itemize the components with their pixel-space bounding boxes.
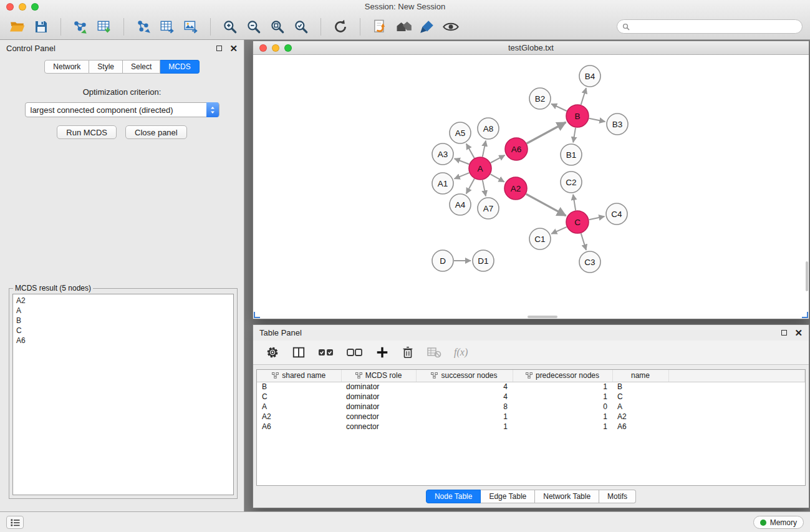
table-row[interactable]: A6 connector 1 1 A6: [257, 422, 805, 432]
graph-edge[interactable]: [466, 179, 475, 194]
tab-node-table[interactable]: Node Table: [426, 490, 481, 503]
graph-edge[interactable]: [581, 233, 586, 250]
table-row[interactable]: A2 connector 1 1 A2: [257, 412, 805, 422]
table-row[interactable]: C dominator 4 1 C: [257, 392, 805, 402]
horizontal-scrollbar-thumb[interactable]: [528, 316, 557, 318]
apply-style-button[interactable]: [417, 17, 437, 37]
zoom-in-button[interactable]: [220, 17, 240, 37]
duplicate-page-button[interactable]: [370, 17, 390, 37]
search-input[interactable]: [633, 22, 797, 31]
column-header-successor-nodes[interactable]: successor nodes: [416, 370, 513, 382]
graph-node[interactable]: C1: [529, 228, 551, 249]
graph-edge[interactable]: [573, 195, 576, 210]
tab-network[interactable]: Network: [44, 60, 89, 74]
graph-edge[interactable]: [573, 128, 576, 143]
zoom-out-button[interactable]: [244, 17, 264, 37]
graph-node[interactable]: B2: [529, 88, 551, 109]
float-panel-icon[interactable]: [216, 46, 222, 51]
zoom-fit-button[interactable]: [268, 17, 287, 37]
graph-node[interactable]: D1: [473, 250, 494, 271]
resize-corner-icon[interactable]: [802, 312, 808, 318]
graph-edge[interactable]: [455, 173, 470, 179]
graph-node[interactable]: A2: [504, 177, 527, 200]
zoom-selected-button[interactable]: [291, 17, 311, 37]
graph-node[interactable]: C2: [561, 172, 582, 193]
run-mcds-button[interactable]: Run MCDS: [57, 125, 117, 139]
export-image-button[interactable]: [181, 17, 201, 37]
graph-node[interactable]: B4: [579, 65, 600, 87]
table-settings-gear-icon[interactable]: [266, 346, 279, 359]
open-session-button[interactable]: [7, 17, 27, 37]
graph-edge[interactable]: [551, 104, 567, 112]
tab-network-table[interactable]: Network Table: [535, 490, 599, 503]
graph-node[interactable]: A7: [478, 198, 499, 219]
graph-node[interactable]: C4: [606, 203, 627, 225]
refresh-view-button[interactable]: [330, 17, 350, 37]
home-button[interactable]: [393, 17, 413, 37]
close-table-panel-icon[interactable]: ✕: [794, 330, 803, 336]
tab-mcds[interactable]: MCDS: [160, 60, 199, 74]
graph-node[interactable]: A: [469, 157, 491, 180]
float-table-panel-icon[interactable]: [781, 330, 787, 336]
import-network-button[interactable]: [70, 17, 90, 37]
graph-node[interactable]: A5: [450, 122, 471, 143]
graph-node[interactable]: A1: [432, 173, 453, 194]
graph-node[interactable]: B1: [561, 144, 582, 165]
graph-node[interactable]: B: [566, 105, 589, 127]
save-session-button[interactable]: [31, 17, 51, 37]
tab-edge-table[interactable]: Edge Table: [481, 490, 535, 503]
graph-edge[interactable]: [491, 174, 504, 181]
graph-edge[interactable]: [581, 88, 586, 105]
graph-edge[interactable]: [491, 155, 505, 163]
graph-node[interactable]: A6: [505, 138, 528, 160]
select-all-columns-icon[interactable]: [318, 347, 334, 358]
show-hide-button[interactable]: [441, 17, 461, 37]
graph-node[interactable]: A3: [432, 143, 453, 165]
show-panels-button[interactable]: [6, 516, 24, 529]
graph-node[interactable]: A8: [478, 118, 499, 139]
graph-node[interactable]: A4: [450, 194, 471, 215]
close-window-button[interactable]: [6, 3, 14, 11]
column-header-name[interactable]: name: [612, 370, 668, 382]
graph-node[interactable]: C: [566, 211, 589, 233]
column-header-predecessor-nodes[interactable]: predecessor nodes: [513, 370, 612, 382]
table-row[interactable]: A dominator 8 0 A: [257, 402, 805, 412]
minimize-network-window-button[interactable]: [272, 44, 279, 52]
vertical-scrollbar-thumb[interactable]: [806, 261, 808, 291]
import-table-button[interactable]: [94, 17, 114, 37]
zoom-window-button[interactable]: [31, 3, 39, 11]
delete-column-trash-icon[interactable]: [402, 346, 414, 359]
graph-edge[interactable]: [483, 180, 486, 196]
graph-edge[interactable]: [455, 158, 470, 164]
close-panel-button[interactable]: Close panel: [125, 125, 187, 139]
table-row[interactable]: B dominator 4 1 B: [257, 382, 805, 392]
zoom-network-window-button[interactable]: [284, 44, 292, 52]
graph-node[interactable]: B3: [607, 114, 628, 135]
export-table-button[interactable]: [157, 17, 177, 37]
graph-edge[interactable]: [589, 118, 605, 122]
close-panel-icon[interactable]: ✕: [229, 46, 238, 51]
optimization-criterion-dropdown[interactable]: largest connected component (directed): [25, 102, 219, 117]
graph-node[interactable]: D: [432, 250, 453, 271]
tab-motifs[interactable]: Motifs: [599, 490, 636, 503]
export-network-button[interactable]: [133, 17, 153, 37]
column-header-mcds-role[interactable]: MCDS role: [341, 370, 416, 382]
show-columns-icon[interactable]: [292, 346, 306, 359]
graph-edge[interactable]: [589, 216, 605, 220]
minimize-window-button[interactable]: [19, 3, 26, 11]
tab-style[interactable]: Style: [89, 60, 123, 74]
network-canvas[interactable]: B4B2BB3A5A8A6B1A3AC2A1A2A4A7C4CC1DD1C3: [253, 56, 809, 319]
graph-edge[interactable]: [526, 194, 566, 216]
graph-edge[interactable]: [551, 227, 567, 234]
create-column-plus-icon[interactable]: [375, 346, 389, 359]
column-header-shared-name[interactable]: shared name: [257, 370, 341, 382]
graph-edge[interactable]: [527, 122, 566, 143]
resize-corner-icon[interactable]: [254, 312, 260, 318]
tab-select[interactable]: Select: [123, 60, 160, 74]
memory-button[interactable]: Memory: [753, 516, 804, 529]
graph-edge[interactable]: [466, 143, 475, 158]
graph-node[interactable]: C3: [579, 251, 600, 273]
deselect-all-columns-icon[interactable]: [347, 347, 363, 358]
close-network-window-button[interactable]: [259, 44, 267, 52]
graph-edge[interactable]: [483, 141, 486, 157]
